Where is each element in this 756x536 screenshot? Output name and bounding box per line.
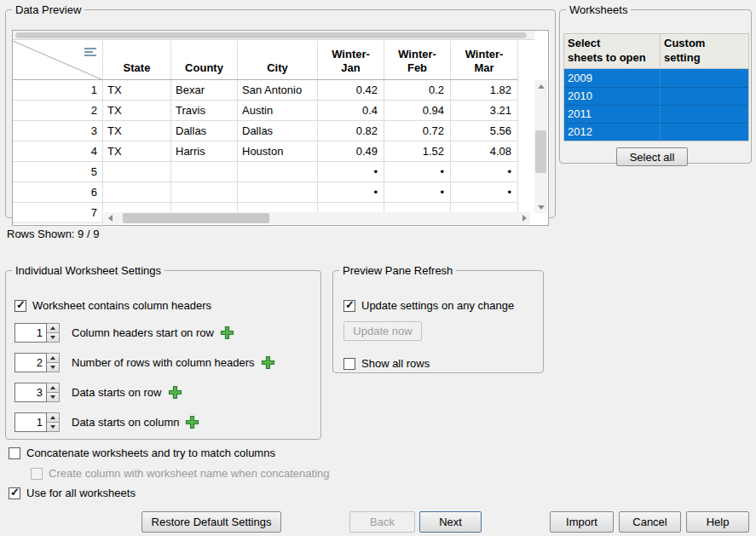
horizontal-scroll-track[interactable]: [116, 212, 518, 224]
spin-down-button[interactable]: [47, 392, 59, 401]
state-cell: TX: [103, 80, 171, 101]
data-starts-column-row: Data starts on column: [14, 412, 199, 432]
column-header-state: State: [103, 41, 171, 80]
winter-mar-cell: •: [451, 182, 518, 203]
column-header-county: County: [171, 41, 238, 80]
worksheet-custom-setting: [661, 69, 748, 87]
winter-jan-cell: 0.49: [318, 141, 384, 162]
winter-feb-cell: •: [384, 162, 451, 182]
show-all-rows-checkbox[interactable]: [343, 358, 355, 370]
state-cell: TX: [103, 101, 171, 121]
update-on-change-checkbox[interactable]: [343, 300, 355, 312]
scroll-right-button[interactable]: [518, 212, 530, 224]
bottom-horizontal-scrollbar[interactable]: [104, 212, 530, 224]
use-for-all-checkbox[interactable]: [9, 487, 20, 499]
spin-down-button[interactable]: [47, 422, 59, 431]
state-cell: [103, 162, 171, 182]
scrollbar-thumb[interactable]: [15, 32, 527, 38]
spin-up-button[interactable]: [47, 324, 59, 332]
add-plus-icon[interactable]: [185, 415, 199, 429]
spinner-input[interactable]: [14, 323, 47, 343]
worksheet-row-2011[interactable]: 2011: [564, 105, 748, 123]
data-starts-column-spinner: [14, 412, 60, 432]
create-column-row: Create column with worksheet name when c…: [31, 467, 330, 480]
spin-up-button[interactable]: [47, 383, 59, 392]
use-for-all-label: Use for all worksheets: [26, 487, 136, 499]
city-cell: San Antonio: [238, 80, 318, 101]
add-plus-icon[interactable]: [168, 385, 182, 400]
county-cell: Harris: [171, 141, 238, 162]
winter-feb-cell: 1.52: [384, 141, 451, 162]
worksheet-custom-setting: [661, 124, 748, 141]
top-horizontal-scrollbar[interactable]: [13, 31, 534, 40]
show-all-rows-label: Show all rows: [361, 357, 430, 370]
vertical-scrollbar[interactable]: [534, 80, 547, 213]
add-plus-icon[interactable]: [220, 326, 234, 340]
winter-feb-cell: 0.94: [384, 101, 451, 121]
city-cell: Austin: [238, 101, 318, 121]
restore-default-settings-button[interactable]: Restore Default Settings: [141, 511, 281, 533]
contains-headers-checkbox[interactable]: [14, 300, 26, 312]
winter-mar-cell: 4.08: [451, 141, 518, 162]
scroll-down-button[interactable]: [534, 201, 547, 213]
update-on-change-label: Update settings on any change: [361, 299, 514, 312]
county-cell: Travis: [171, 101, 238, 121]
worksheet-row-2010[interactable]: 2010: [564, 87, 748, 105]
spinner-input[interactable]: [14, 412, 47, 432]
cancel-button[interactable]: Cancel: [619, 511, 681, 533]
row-number-cell: 7: [13, 203, 103, 223]
spinner-buttons: [47, 353, 60, 372]
column-header-winter-mar: Winter- Mar: [451, 41, 518, 80]
vertical-scroll-track[interactable]: [534, 92, 547, 201]
rows-shown-label: Rows Shown: 9 / 9: [7, 228, 99, 240]
winter-feb-cell: 0.2: [384, 80, 451, 101]
horizontal-scroll-thumb[interactable]: [123, 213, 269, 223]
excel-import-wizard: Data Preview State Coun: [0, 0, 756, 536]
show-all-rows-row: Show all rows: [343, 357, 430, 370]
row-number-cell: 1: [13, 80, 103, 101]
header-rows-count-label: Number of rows with column headers: [72, 356, 255, 369]
winter-jan-cell: •: [318, 182, 384, 203]
worksheet-row-2012[interactable]: 2012: [564, 123, 748, 141]
update-now-button[interactable]: Update now: [343, 321, 422, 341]
contains-headers-label: Worksheet contains column headers: [32, 299, 211, 312]
back-button[interactable]: Back: [349, 511, 415, 533]
custom-setting-header: Custom setting: [661, 34, 748, 68]
preview-grid: State County City Winter- Jan Winter- Fe…: [13, 41, 518, 223]
row-number-cell: 5: [13, 162, 103, 182]
state-cell: TX: [103, 141, 171, 162]
winter-mar-cell: 1.82: [451, 80, 518, 101]
spin-down-button[interactable]: [47, 332, 59, 342]
worksheet-custom-setting: [661, 106, 748, 123]
winter-jan-cell: 0.4: [318, 101, 384, 121]
create-column-checkbox[interactable]: [31, 468, 43, 480]
winter-mar-cell: 5.56: [451, 121, 518, 141]
spin-up-button[interactable]: [47, 413, 59, 422]
select-sheets-header: Select sheets to open: [564, 34, 661, 68]
spinner-input[interactable]: [14, 383, 47, 402]
use-for-all-row: Use for all worksheets: [9, 487, 136, 499]
concatenate-checkbox[interactable]: [9, 447, 20, 459]
spin-up-button[interactable]: [47, 354, 59, 362]
row-number-cell: 6: [13, 182, 103, 203]
vertical-scroll-thumb[interactable]: [535, 130, 546, 173]
column-header-winter-feb: Winter- Feb: [384, 41, 451, 80]
worksheet-row-2009[interactable]: 2009: [564, 69, 748, 87]
help-button[interactable]: Help: [686, 511, 749, 533]
data-starts-row-spinner: [14, 383, 60, 402]
import-button[interactable]: Import: [550, 511, 614, 533]
spinner-input[interactable]: [14, 353, 47, 372]
update-on-change-row: Update settings on any change: [343, 299, 514, 312]
spin-down-button[interactable]: [47, 362, 59, 372]
city-cell: Houston: [238, 141, 318, 162]
scroll-up-button[interactable]: [534, 80, 547, 92]
winter-feb-cell: •: [384, 182, 451, 203]
add-plus-icon[interactable]: [261, 355, 275, 370]
select-all-button[interactable]: Select all: [616, 147, 688, 166]
individual-settings-title: Individual Worksheet Settings: [12, 264, 164, 277]
row-number-cell: 3: [13, 121, 103, 141]
next-button[interactable]: Next: [419, 511, 482, 533]
winter-mar-cell: •: [451, 162, 518, 182]
scroll-left-button[interactable]: [104, 212, 116, 224]
data-preview-title: Data Preview: [12, 3, 84, 16]
